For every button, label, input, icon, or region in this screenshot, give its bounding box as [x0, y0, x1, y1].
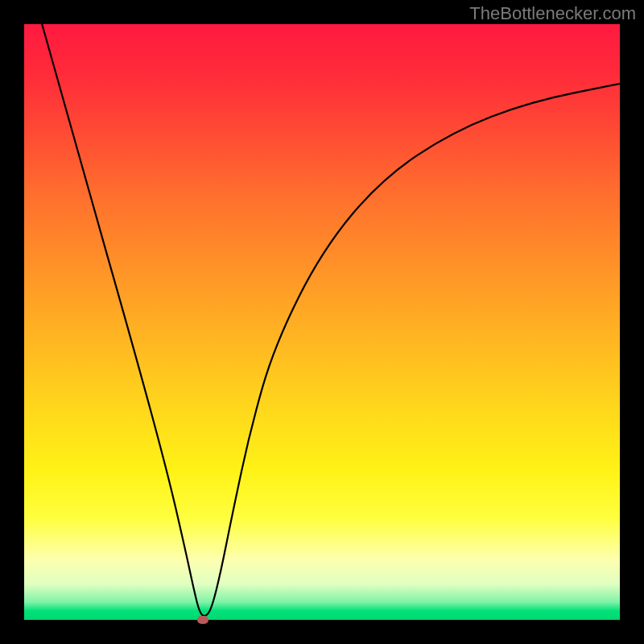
curve-svg	[24, 24, 620, 620]
watermark-text: TheBottlenecker.com	[469, 3, 636, 24]
plot-area	[24, 24, 620, 620]
minimum-marker	[197, 616, 208, 624]
bottleneck-curve-path	[42, 24, 620, 616]
